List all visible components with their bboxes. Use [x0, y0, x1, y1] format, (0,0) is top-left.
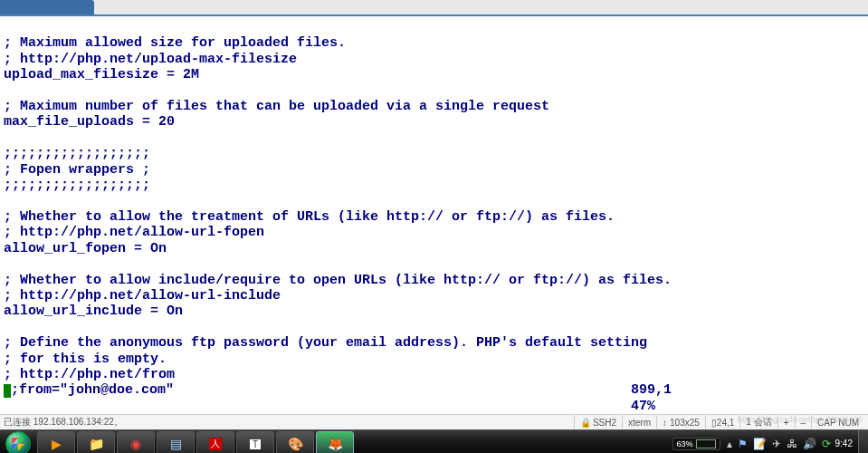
code-line: allow_url_fopen = On: [4, 241, 167, 256]
vim-position: 899,1: [631, 382, 739, 398]
code-line: ; Whether to allow include/require to op…: [4, 273, 672, 288]
task-firefox[interactable]: 🦊: [316, 431, 354, 453]
tray-chevron-icon[interactable]: ▴: [727, 438, 732, 450]
session-tab[interactable]: [0, 0, 94, 14]
swirl-icon: ◉: [130, 437, 141, 451]
code-line: ;from="john@doe.com": [11, 382, 174, 398]
resize-icon: ↕: [663, 418, 667, 428]
battery-percent: 63%: [677, 439, 693, 448]
code-line: ; Maximum allowed size for uploaded file…: [4, 35, 346, 51]
tray-send-icon[interactable]: ✈: [772, 438, 781, 450]
tray-note-icon[interactable]: 📝: [753, 438, 767, 450]
show-desktop-button[interactable]: [858, 430, 868, 453]
code-line: ; for this is empty.: [4, 352, 167, 367]
code-line: max_file_uploads = 20: [4, 114, 175, 130]
ssh-status: 🔒SSH2: [574, 416, 622, 429]
task-paint[interactable]: 🎨: [276, 431, 314, 453]
tray-network-icon[interactable]: 🖧: [787, 438, 797, 450]
folder-icon: 📁: [89, 437, 104, 451]
lock-icon: 🔒: [580, 418, 591, 428]
battery-icon: [696, 439, 716, 448]
terminal-editor[interactable]: ; Maximum allowed size for uploaded file…: [0, 16, 868, 414]
term-type: xterm: [622, 416, 656, 429]
code-line: ;;;;;;;;;;;;;;;;;;: [4, 146, 150, 161]
task-explorer[interactable]: 📁: [77, 431, 115, 453]
system-tray[interactable]: 63% ▴ ⚑ 📝 ✈ 🖧 🔊 ⟳ 9:42: [669, 430, 868, 453]
watermark-url: https://blog.csdn.net/qq_38525138: [738, 415, 863, 424]
term-rc: ▯ 24,1: [705, 416, 739, 429]
firefox-icon: 🦊: [328, 437, 343, 451]
stack-icon: ▤: [170, 437, 182, 451]
vim-ruler: 899,1 47%: [615, 367, 850, 414]
pdf-icon: 人: [209, 438, 222, 450]
code-line: ; http://php.net/allow-url-include: [4, 288, 281, 304]
task-app-red[interactable]: ◉: [117, 431, 155, 453]
task-mediaplayer[interactable]: ▶: [37, 431, 75, 453]
vim-percent: 47%: [631, 399, 655, 414]
palette-icon: 🎨: [288, 437, 303, 451]
text-icon: T: [250, 439, 261, 449]
code-line: ; Define the anonymous ftp password (you…: [4, 335, 647, 351]
tray-volume-icon[interactable]: 🔊: [803, 438, 816, 450]
connection-status: 已连接 192.168.106.134:22。: [4, 416, 123, 429]
task-notepad[interactable]: T: [236, 431, 274, 453]
code-line: ; Maximum number of files that can be up…: [4, 99, 549, 114]
code-line: allow_url_include = On: [4, 304, 183, 319]
task-pdf[interactable]: 人: [196, 431, 234, 453]
windows-taskbar[interactable]: ▶ 📁 ◉ ▤ 人 T 🎨 🦊 63% ▴ ⚑ 📝 ✈ 🖧 🔊 ⟳ 9:42: [0, 429, 868, 453]
taskbar-clock[interactable]: 9:42: [835, 439, 853, 448]
code-line: ; http://php.net/upload-max-filesize: [4, 52, 297, 67]
code-line: ; http://php.net/allow-url-fopen: [4, 225, 264, 240]
tray-sync-icon[interactable]: ⟳: [822, 438, 831, 450]
code-line: ; Fopen wrappers ;: [4, 162, 150, 178]
code-line: ; Whether to allow the treatment of URLs…: [4, 209, 615, 225]
battery-indicator[interactable]: 63%: [672, 438, 720, 450]
play-icon: ▶: [52, 437, 62, 451]
start-button[interactable]: [0, 430, 36, 453]
cursor: [4, 384, 11, 398]
term-size: ↕103x25: [656, 416, 705, 429]
task-app-stack[interactable]: ▤: [157, 431, 195, 453]
code-line: ;;;;;;;;;;;;;;;;;;: [4, 178, 150, 193]
code-line: upload_max_filesize = 2M: [4, 67, 199, 82]
tray-security-icon[interactable]: ⚑: [738, 438, 748, 450]
code-line: ; http://php.net/from: [4, 367, 175, 382]
